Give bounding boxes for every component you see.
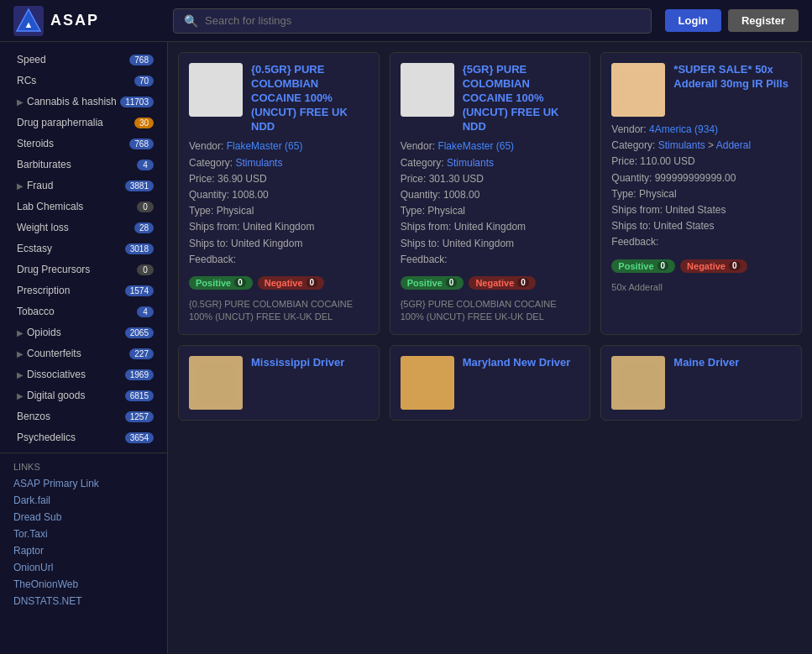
sidebar: Speed768RCs70▶Cannabis & hashish11703Dru…	[0, 42, 168, 654]
listing-title-card-1[interactable]: {0.5GR} PURE COLOMBIAN COCAINE 100% (UNC…	[251, 63, 369, 133]
sidebar-item-speed[interactable]: Speed768	[3, 50, 164, 70]
sidebar-badge-digital-goods: 6815	[125, 390, 154, 401]
sidebar-link-asap-primary-link[interactable]: ASAP Primary Link	[0, 475, 167, 492]
sidebar-item-counterfeits[interactable]: ▶Counterfeits227	[3, 343, 164, 364]
chevron-icon-digital-goods: ▶	[17, 391, 24, 400]
vendor-label: Vendor:	[189, 140, 223, 152]
svg-rect-7	[618, 70, 658, 110]
sidebar-label-opioids: Opioids	[27, 327, 61, 338]
listing-thumb-card-3	[611, 63, 665, 117]
listing-card-card-2: {5GR} PURE COLOMBIAN COCAINE 100% (UNCUT…	[390, 52, 591, 335]
sidebar-item-prescription[interactable]: Prescription1574	[3, 280, 164, 301]
category-row-card-1: Category: Stimulants	[189, 155, 369, 171]
negative-badge-card-3[interactable]: Negative 0	[680, 259, 747, 273]
vendor-row-card-2: Vendor: FlakeMaster (65)	[401, 139, 580, 154]
sidebar-link-onionurl[interactable]: OnionUrl	[0, 559, 167, 576]
svg-rect-3	[196, 70, 236, 110]
sidebar-item-fraud[interactable]: ▶Fraud3881	[3, 175, 164, 196]
category-link-card-3[interactable]: Stimulants	[658, 139, 705, 151]
listing-title-card-6[interactable]: Maine Driver	[673, 356, 739, 370]
sidebar-link-theonionweb[interactable]: TheOnionWeb	[0, 576, 167, 593]
listing-card-card-4: Mississippi Driver	[178, 345, 380, 421]
sidebar-label-fraud: Fraud	[27, 180, 53, 191]
category-link-card-2[interactable]: Stimulants	[447, 157, 494, 169]
sidebar-item-cannabis[interactable]: ▶Cannabis & hashish11703	[3, 92, 164, 112]
sidebar-link-dark-fail[interactable]: Dark.fail	[0, 492, 167, 509]
category-link-card-1[interactable]: Stimulants	[235, 157, 282, 169]
listing-desc-card-2: {5GR} PURE COLOMBIAN COCAINE 100% (UNCUT…	[401, 298, 580, 324]
search-area[interactable]: 🔍	[173, 8, 652, 34]
positive-badge-card-2[interactable]: Positive 0	[401, 276, 464, 290]
feedback-label-card-1: Feedback:	[189, 252, 369, 268]
sidebar-link-tor-taxi[interactable]: Tor.Taxi	[0, 526, 167, 542]
sidebar-link-raptor[interactable]: Raptor	[0, 542, 167, 559]
chevron-icon-counterfeits: ▶	[17, 349, 24, 358]
listing-title-card-5[interactable]: Maryland New Driver	[463, 356, 571, 370]
listing-thumb-card-6	[611, 356, 665, 410]
sidebar-badge-dissociatives: 1969	[125, 369, 154, 380]
ships-from-row-card-1: Ships from: United Kingdom	[189, 219, 369, 235]
listing-thumb-card-5	[401, 356, 454, 410]
sidebar-badge-rcs: 70	[134, 76, 154, 86]
chevron-icon-cannabis: ▶	[17, 97, 24, 107]
chevron-icon-fraud: ▶	[17, 181, 24, 191]
login-button[interactable]: Login	[665, 9, 721, 32]
sidebar-item-benzos[interactable]: Benzos1257	[3, 406, 164, 426]
listing-card-card-6: Maine Driver	[600, 345, 802, 421]
quantity-row-card-2: Quantity: 1008.00	[401, 187, 580, 203]
feedback-row-card-2: Positive 0Negative 0	[401, 276, 580, 290]
sidebar-item-weight-loss[interactable]: Weight loss28	[3, 217, 164, 238]
sidebar-label-drug-paraphernalia: Drug paraphernalia	[17, 117, 103, 128]
sidebar-badge-counterfeits: 227	[129, 348, 154, 359]
quantity-row-card-3: Quantity: 999999999999.00	[611, 170, 791, 186]
sidebar-item-drug-precursors[interactable]: Drug Precursors0	[3, 259, 164, 280]
search-input[interactable]	[205, 14, 641, 27]
listing-desc-card-1: {0.5GR} PURE COLOMBIAN COCAINE 100% (UNC…	[189, 298, 369, 324]
listing-card-card-3: *SUPER SALE* 50x Adderall 30mg IR PillsV…	[600, 52, 802, 335]
sidebar-badge-prescription: 1574	[125, 285, 154, 296]
sidebar-item-opioids[interactable]: ▶Opioids2065	[3, 322, 164, 343]
price-row-card-2: Price: 301.30 USD	[401, 171, 580, 187]
vendor-link-card-2[interactable]: FlakeMaster (65)	[437, 140, 514, 152]
feedback-label-card-2: Feedback:	[401, 252, 580, 268]
listing-title-card-3[interactable]: *SUPER SALE* 50x Adderall 30mg IR Pills	[673, 63, 791, 92]
sidebar-item-ecstasy[interactable]: Ecstasy3018	[3, 238, 164, 259]
sidebar-badge-psychedelics: 3654	[125, 432, 154, 443]
vendor-link-card-1[interactable]: FlakeMaster (65)	[227, 140, 303, 152]
sidebar-item-rcs[interactable]: RCs70	[3, 71, 164, 91]
negative-badge-card-1[interactable]: Negative 0	[258, 276, 324, 290]
type-row-card-3: Type: Physical	[611, 186, 791, 202]
negative-badge-card-2[interactable]: Negative 0	[469, 276, 535, 290]
sidebar-link-dread-sub[interactable]: Dread Sub	[0, 509, 167, 526]
positive-badge-card-1[interactable]: Positive 0	[189, 276, 253, 290]
listing-thumb-card-1	[189, 63, 243, 117]
sidebar-badge-steroids: 768	[129, 139, 154, 149]
sidebar-item-psychedelics[interactable]: Psychedelics3654	[3, 427, 164, 447]
listing-title-card-4[interactable]: Mississippi Driver	[251, 356, 344, 370]
sidebar-item-tobacco[interactable]: Tobacco4	[3, 301, 164, 322]
sidebar-link-dnstats-net[interactable]: DNSTATS.NET	[0, 593, 167, 610]
sidebar-item-steroids[interactable]: Steroids768	[3, 133, 164, 154]
vendor-link-card-3[interactable]: 4America (934)	[649, 123, 718, 135]
price-row-card-1: Price: 36.90 USD	[189, 171, 369, 187]
sidebar-label-prescription: Prescription	[17, 285, 70, 296]
sidebar-item-dissociatives[interactable]: ▶Dissociatives1969	[3, 364, 164, 385]
listing-title-card-2[interactable]: {5GR} PURE COLOMBIAN COCAINE 100% (UNCUT…	[463, 63, 580, 133]
positive-badge-card-3[interactable]: Positive 0	[611, 259, 675, 273]
sidebar-item-digital-goods[interactable]: ▶Digital goods6815	[3, 385, 164, 405]
svg-rect-13	[618, 363, 658, 403]
sidebar-item-barbiturates[interactable]: Barbiturates4	[3, 154, 164, 175]
sidebar-badge-cannabis: 11703	[120, 97, 154, 107]
sidebar-item-drug-paraphernalia[interactable]: Drug paraphernalia30	[3, 112, 164, 133]
sidebar-label-steroids: Steroids	[17, 138, 54, 149]
sidebar-label-speed: Speed	[17, 54, 46, 65]
type-row-card-2: Type: Physical	[401, 203, 580, 219]
ships-to-row-card-3: Ships to: United States	[611, 218, 791, 234]
logo-icon: ▲	[13, 6, 44, 36]
sidebar-label-tobacco: Tobacco	[17, 306, 55, 317]
svg-text:▲: ▲	[24, 19, 34, 29]
register-button[interactable]: Register	[728, 9, 799, 32]
chevron-icon-opioids: ▶	[17, 328, 24, 337]
sidebar-item-lab-chemicals[interactable]: Lab Chemicals0	[3, 196, 164, 217]
category-sub-link-card-3[interactable]: Adderal	[716, 139, 751, 151]
